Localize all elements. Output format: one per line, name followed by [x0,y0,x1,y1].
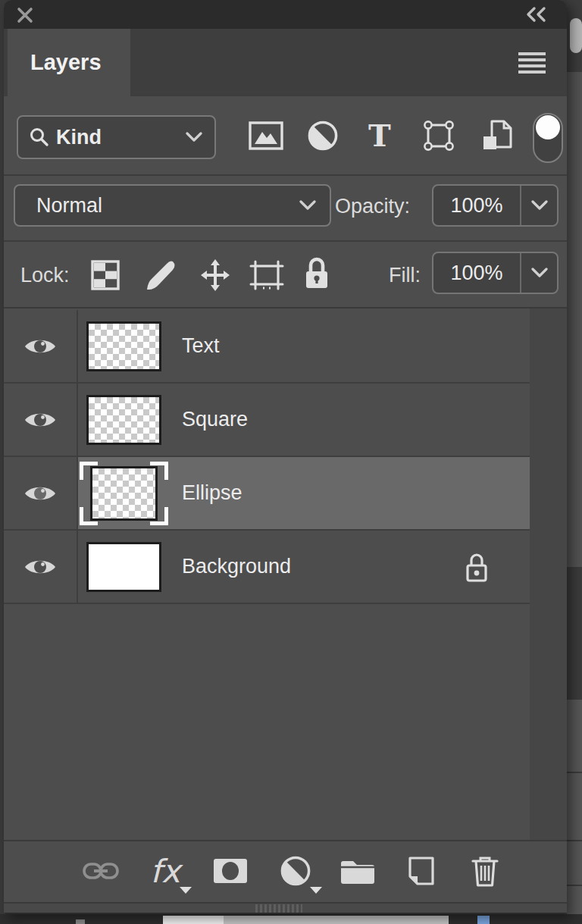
layer-row-text[interactable]: Text [4,310,530,384]
collapse-panel-icon[interactable] [524,5,547,23]
lock-transparent-pixels-icon[interactable] [90,260,120,290]
eye-icon [23,483,57,504]
eye-icon [23,409,57,431]
grip-ticks [255,904,302,913]
new-group-icon[interactable] [337,850,378,891]
delete-layer-icon[interactable] [465,850,505,891]
search-icon [29,127,50,148]
background-strip [567,567,582,700]
layer-style-icon[interactable]: fx [145,850,186,891]
background-bottom-bar [224,916,449,924]
fill-dropdown-button[interactable] [521,253,557,293]
eye-icon [23,336,57,357]
lock-label: Lock: [20,264,70,287]
toggle-knob [536,115,560,139]
lock-image-pixels-icon[interactable] [144,258,177,292]
eye-icon [23,556,57,578]
add-layer-mask-icon[interactable] [210,850,251,891]
layer-thumbnail[interactable] [86,542,161,592]
background-divider [567,772,582,773]
adjustment-layer-filter-icon[interactable] [305,117,341,154]
panel-resize-grip[interactable] [4,902,567,914]
visibility-toggle[interactable] [4,531,77,603]
panel-title: Layers [30,50,102,75]
panel-toolbar: fx [4,841,567,901]
smart-object-filter-icon[interactable] [479,117,515,154]
filter-kind-dropdown[interactable]: Kind [17,115,216,159]
close-icon[interactable] [16,6,34,24]
pixel-layer-filter-icon[interactable] [248,117,284,154]
layer-name[interactable]: Ellipse [182,457,242,529]
layer-locked-icon[interactable] [464,552,490,584]
panel-menu-icon[interactable] [518,52,546,74]
layers-panel: Layers Kind [4,0,567,914]
divider [77,384,78,456]
new-layer-icon[interactable] [400,850,441,891]
fill-label: Fill: [389,264,421,287]
fx-label: fx [150,853,180,890]
layer-name[interactable]: Background [182,531,291,603]
background-scroll-thumb [570,18,582,53]
type-layer-filter-icon[interactable]: T [361,117,398,154]
lock-artboard-nesting-icon[interactable] [249,260,284,290]
tab-layers[interactable]: Layers [8,29,130,96]
background-bottom-bar [163,916,224,924]
opacity-label: Opacity: [335,195,410,218]
layer-name[interactable]: Square [182,384,248,456]
background-divider [567,567,582,568]
background-divider [567,840,582,841]
opacity-dropdown-button[interactable] [521,186,557,225]
background-strip [567,700,582,924]
background-divider [567,885,582,886]
divider [77,531,78,603]
adjustment-dropdown-arrow-icon [310,887,322,894]
layer-thumbnail[interactable] [86,395,161,445]
panel-titlebar [4,0,567,29]
fx-dropdown-arrow-icon [180,887,192,894]
blend-mode-dropdown[interactable]: Normal [14,184,331,227]
filtering-toggle[interactable] [533,113,563,163]
lock-position-icon[interactable] [199,258,231,292]
lock-row: Lock: [4,242,567,307]
opacity-control[interactable]: 100% [432,184,559,227]
layer-name[interactable]: Text [182,310,220,382]
blend-row: Normal Opacity: 100% [4,176,567,240]
link-layers-icon[interactable] [80,850,121,891]
divider [77,310,78,382]
layer-thumbnail[interactable] [86,321,161,371]
lock-all-icon[interactable] [302,257,331,290]
blend-mode-value: Normal [36,194,102,218]
background-bottom-icon [477,916,490,924]
selection-brackets [80,462,168,525]
layer-row-ellipse[interactable]: Ellipse [4,457,530,531]
chevron-down-icon [299,200,316,211]
scroll-gutter[interactable] [530,309,567,840]
type-glyph: T [368,119,391,152]
fill-control[interactable]: 100% [432,252,559,294]
opacity-value[interactable]: 100% [433,186,520,225]
chevron-down-icon [186,132,202,143]
layer-row-square[interactable]: Square [4,384,530,457]
divider [77,457,78,529]
background-bottom-notch [76,919,85,924]
layer-list: Text Square [4,309,567,840]
layer-row-background[interactable]: Background [4,531,530,604]
shape-layer-filter-icon[interactable] [421,117,457,154]
visibility-toggle[interactable] [4,310,77,382]
panel-tabstrip: Layers [4,29,567,96]
new-adjustment-layer-icon[interactable] [275,850,316,891]
filter-row: Kind [4,96,567,174]
background-strip [567,72,582,567]
visibility-toggle[interactable] [4,457,77,529]
visibility-toggle[interactable] [4,384,77,456]
screen: Layers Kind [0,0,582,924]
fill-value[interactable]: 100% [433,253,520,293]
filter-kind-label: Kind [56,126,102,149]
